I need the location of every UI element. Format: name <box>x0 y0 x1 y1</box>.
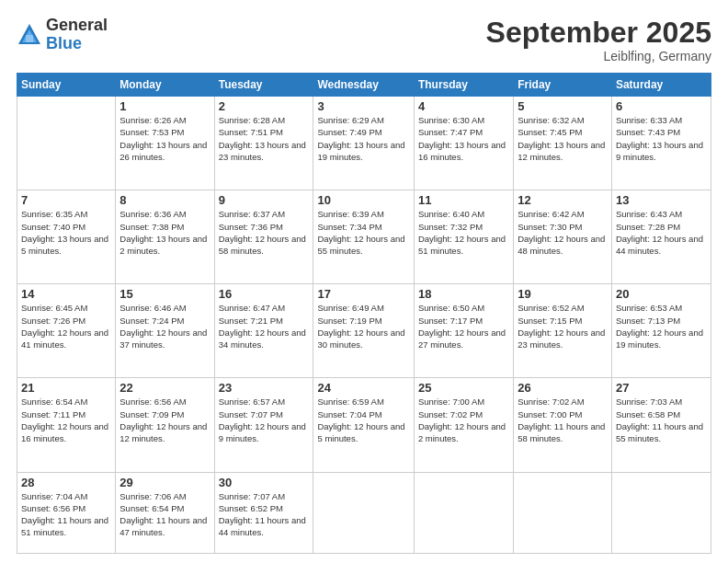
logo-blue: Blue <box>46 35 108 53</box>
day-info: Sunrise: 6:35 AM Sunset: 7:40 PM Dayligh… <box>21 208 111 257</box>
day-number: 22 <box>119 381 210 395</box>
day-info: Sunrise: 6:54 AM Sunset: 7:11 PM Dayligh… <box>21 396 111 444</box>
calendar-week-4: 28Sunrise: 7:04 AM Sunset: 6:56 PM Dayli… <box>17 472 711 553</box>
day-info: Sunrise: 6:59 AM Sunset: 7:04 PM Dayligh… <box>317 396 409 444</box>
calendar-cell <box>611 472 711 553</box>
day-number: 18 <box>418 287 509 301</box>
calendar-cell: 5Sunrise: 6:32 AM Sunset: 7:45 PM Daylig… <box>514 97 612 190</box>
calendar-cell: 4Sunrise: 6:30 AM Sunset: 7:47 PM Daylig… <box>414 97 513 190</box>
calendar-header-row: SundayMondayTuesdayWednesdayThursdayFrid… <box>17 74 711 97</box>
day-info: Sunrise: 6:36 AM Sunset: 7:38 PM Dayligh… <box>119 208 210 257</box>
calendar-cell: 3Sunrise: 6:29 AM Sunset: 7:49 PM Daylig… <box>313 97 414 190</box>
day-number: 13 <box>616 193 707 207</box>
month-title: September 2025 <box>486 17 711 49</box>
day-header-sunday: Sunday <box>17 74 116 97</box>
day-number: 11 <box>418 193 509 207</box>
day-info: Sunrise: 6:39 AM Sunset: 7:34 PM Dayligh… <box>317 208 409 257</box>
day-info: Sunrise: 6:32 AM Sunset: 7:45 PM Dayligh… <box>518 114 608 163</box>
day-header-wednesday: Wednesday <box>313 74 414 97</box>
day-info: Sunrise: 6:47 AM Sunset: 7:21 PM Dayligh… <box>219 302 310 350</box>
day-number: 27 <box>616 381 707 395</box>
calendar-cell: 26Sunrise: 7:02 AM Sunset: 7:00 PM Dayli… <box>514 378 612 472</box>
day-info: Sunrise: 6:46 AM Sunset: 7:24 PM Dayligh… <box>119 302 210 350</box>
day-info: Sunrise: 7:06 AM Sunset: 6:54 PM Dayligh… <box>119 490 210 539</box>
calendar-cell: 7Sunrise: 6:35 AM Sunset: 7:40 PM Daylig… <box>17 190 116 284</box>
calendar-week-2: 14Sunrise: 6:45 AM Sunset: 7:26 PM Dayli… <box>17 284 711 378</box>
day-info: Sunrise: 6:49 AM Sunset: 7:19 PM Dayligh… <box>317 302 409 350</box>
day-header-tuesday: Tuesday <box>214 74 313 97</box>
day-number: 26 <box>518 381 608 395</box>
day-number: 23 <box>219 381 310 395</box>
calendar-cell: 27Sunrise: 7:03 AM Sunset: 6:58 PM Dayli… <box>611 378 711 472</box>
day-number: 8 <box>119 193 210 207</box>
day-number: 14 <box>21 287 111 301</box>
calendar-cell: 23Sunrise: 6:57 AM Sunset: 7:07 PM Dayli… <box>214 378 313 472</box>
day-info: Sunrise: 7:02 AM Sunset: 7:00 PM Dayligh… <box>518 396 608 444</box>
calendar-cell: 21Sunrise: 6:54 AM Sunset: 7:11 PM Dayli… <box>17 378 116 472</box>
day-number: 2 <box>219 99 310 113</box>
day-info: Sunrise: 6:56 AM Sunset: 7:09 PM Dayligh… <box>119 396 210 444</box>
header: General Blue September 2025 Leiblfing, G… <box>17 17 711 63</box>
logo-text: General Blue <box>46 17 108 53</box>
calendar-cell: 19Sunrise: 6:52 AM Sunset: 7:15 PM Dayli… <box>514 284 612 378</box>
calendar-cell: 28Sunrise: 7:04 AM Sunset: 6:56 PM Dayli… <box>17 472 116 553</box>
day-info: Sunrise: 6:26 AM Sunset: 7:53 PM Dayligh… <box>119 114 210 163</box>
calendar-cell: 8Sunrise: 6:36 AM Sunset: 7:38 PM Daylig… <box>116 190 214 284</box>
calendar-cell: 18Sunrise: 6:50 AM Sunset: 7:17 PM Dayli… <box>414 284 513 378</box>
calendar-cell: 2Sunrise: 6:28 AM Sunset: 7:51 PM Daylig… <box>214 97 313 190</box>
logo-general: General <box>46 17 108 35</box>
day-number: 3 <box>317 99 409 113</box>
day-number: 25 <box>418 381 509 395</box>
calendar-cell: 1Sunrise: 6:26 AM Sunset: 7:53 PM Daylig… <box>116 97 214 190</box>
day-number: 21 <box>21 381 111 395</box>
calendar-cell <box>17 97 116 190</box>
day-number: 24 <box>317 381 409 395</box>
day-number: 4 <box>418 99 509 113</box>
day-info: Sunrise: 7:00 AM Sunset: 7:02 PM Dayligh… <box>418 396 509 444</box>
day-number: 19 <box>518 287 608 301</box>
calendar-cell: 17Sunrise: 6:49 AM Sunset: 7:19 PM Dayli… <box>313 284 414 378</box>
calendar-cell <box>313 472 414 553</box>
day-info: Sunrise: 6:30 AM Sunset: 7:47 PM Dayligh… <box>418 114 509 163</box>
day-info: Sunrise: 6:40 AM Sunset: 7:32 PM Dayligh… <box>418 208 509 257</box>
day-number: 10 <box>317 193 409 207</box>
calendar-cell <box>514 472 612 553</box>
svg-rect-2 <box>26 35 33 42</box>
calendar-cell: 16Sunrise: 6:47 AM Sunset: 7:21 PM Dayli… <box>214 284 313 378</box>
day-number: 29 <box>119 476 210 489</box>
page: General Blue September 2025 Leiblfing, G… <box>0 0 728 563</box>
day-number: 16 <box>219 287 310 301</box>
day-info: Sunrise: 6:33 AM Sunset: 7:43 PM Dayligh… <box>616 114 707 163</box>
day-info: Sunrise: 6:29 AM Sunset: 7:49 PM Dayligh… <box>317 114 409 163</box>
calendar-cell: 30Sunrise: 7:07 AM Sunset: 6:52 PM Dayli… <box>214 472 313 553</box>
day-header-friday: Friday <box>514 74 612 97</box>
day-info: Sunrise: 6:43 AM Sunset: 7:28 PM Dayligh… <box>616 208 707 257</box>
day-number: 12 <box>518 193 608 207</box>
logo: General Blue <box>17 17 108 53</box>
calendar-cell: 10Sunrise: 6:39 AM Sunset: 7:34 PM Dayli… <box>313 190 414 284</box>
day-info: Sunrise: 6:52 AM Sunset: 7:15 PM Dayligh… <box>518 302 608 350</box>
day-number: 1 <box>119 99 210 113</box>
calendar-cell: 6Sunrise: 6:33 AM Sunset: 7:43 PM Daylig… <box>611 97 711 190</box>
day-number: 5 <box>518 99 608 113</box>
calendar-week-1: 7Sunrise: 6:35 AM Sunset: 7:40 PM Daylig… <box>17 190 711 284</box>
calendar-cell: 14Sunrise: 6:45 AM Sunset: 7:26 PM Dayli… <box>17 284 116 378</box>
day-number: 30 <box>219 476 310 489</box>
location: Leiblfing, Germany <box>486 49 711 63</box>
day-number: 17 <box>317 287 409 301</box>
day-info: Sunrise: 7:07 AM Sunset: 6:52 PM Dayligh… <box>219 490 310 539</box>
calendar-week-0: 1Sunrise: 6:26 AM Sunset: 7:53 PM Daylig… <box>17 97 711 190</box>
calendar-cell: 11Sunrise: 6:40 AM Sunset: 7:32 PM Dayli… <box>414 190 513 284</box>
calendar-cell: 9Sunrise: 6:37 AM Sunset: 7:36 PM Daylig… <box>214 190 313 284</box>
calendar-cell: 15Sunrise: 6:46 AM Sunset: 7:24 PM Dayli… <box>116 284 214 378</box>
day-info: Sunrise: 7:03 AM Sunset: 6:58 PM Dayligh… <box>616 396 707 444</box>
day-info: Sunrise: 6:57 AM Sunset: 7:07 PM Dayligh… <box>219 396 310 444</box>
logo-icon <box>17 22 42 48</box>
day-info: Sunrise: 6:45 AM Sunset: 7:26 PM Dayligh… <box>21 302 111 350</box>
calendar-cell: 29Sunrise: 7:06 AM Sunset: 6:54 PM Dayli… <box>116 472 214 553</box>
calendar-cell: 13Sunrise: 6:43 AM Sunset: 7:28 PM Dayli… <box>611 190 711 284</box>
calendar-table: SundayMondayTuesdayWednesdayThursdayFrid… <box>17 73 711 554</box>
calendar-cell: 25Sunrise: 7:00 AM Sunset: 7:02 PM Dayli… <box>414 378 513 472</box>
day-header-monday: Monday <box>116 74 214 97</box>
day-number: 9 <box>219 193 310 207</box>
